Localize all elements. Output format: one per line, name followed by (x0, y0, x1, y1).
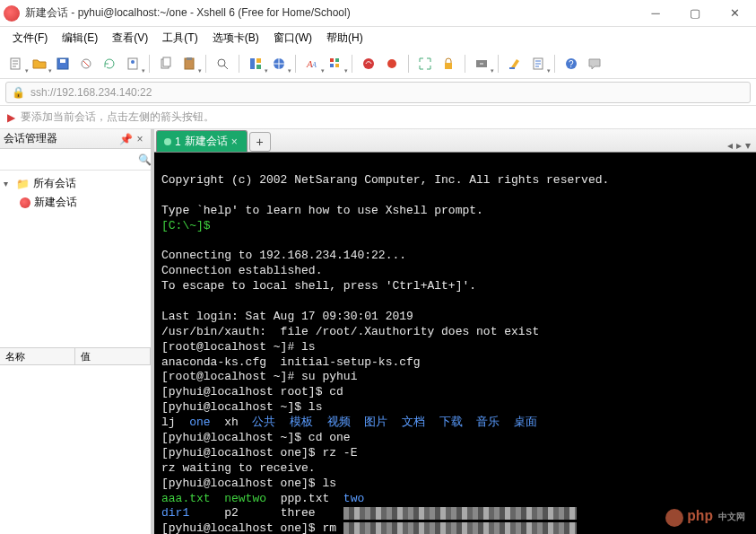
menu-tabs[interactable]: 选项卡(B) (207, 29, 265, 48)
svg-rect-18 (335, 58, 339, 62)
titlebar: 新建会话 - pyhui@localhost:~/one - Xshell 6 … (0, 0, 756, 27)
svg-rect-11 (250, 58, 255, 69)
comment-button[interactable] (584, 53, 605, 74)
new-session-button[interactable]: ▾ (5, 53, 27, 74)
search-button[interactable] (212, 53, 233, 74)
help-button[interactable]: ? (560, 53, 582, 74)
tab-session-1[interactable]: 1 新建会话 × (156, 130, 248, 152)
term-dir: one (189, 416, 210, 429)
svg-rect-7 (163, 57, 170, 66)
menu-tools[interactable]: 工具(T) (157, 29, 203, 48)
reconnect-button[interactable] (99, 53, 120, 74)
term-line: /usr/bin/xauth: file /root/.Xauthority d… (161, 325, 539, 338)
term-line: [pyhui@localhost one]$ ls (161, 477, 336, 490)
term-line: [pyhui@localhost ~]$ ls (161, 400, 322, 414)
color-button[interactable]: ▾ (325, 53, 346, 74)
window-title: 新建会话 - pyhui@localhost:~/one - Xshell 6 … (25, 5, 638, 21)
address-input[interactable]: 🔒 ssh://192.168.234.140:22 (5, 82, 751, 103)
term-file: three (281, 506, 316, 520)
watermark-brand: php (687, 508, 713, 527)
tree-session[interactable]: 新建会话 (4, 193, 147, 212)
term-file: p2 (224, 506, 239, 520)
session-icon (20, 197, 30, 208)
watermark: php 中文网 (665, 508, 745, 527)
script-button[interactable]: ▾ (527, 53, 549, 74)
layout-button[interactable]: ▾ (245, 53, 266, 74)
tree-root[interactable]: ▾ 📁 所有会话 (4, 174, 147, 193)
term-line: Type `help' to learn how to use Xshell p… (161, 204, 483, 217)
hint-text: 要添加当前会话，点击左侧的箭头按钮。 (21, 109, 214, 125)
close-button[interactable]: ✕ (717, 2, 752, 25)
tree-session-label: 新建会话 (34, 195, 77, 210)
globe-button[interactable]: ▾ (268, 53, 290, 74)
font-button[interactable]: AA▾ (301, 53, 323, 74)
tab-next-icon[interactable]: ▸ (736, 139, 742, 152)
tab-index: 1 (175, 136, 181, 148)
sidebar-columns: 名称 值 (0, 347, 151, 365)
term-file: two (343, 492, 364, 505)
redacted-area (343, 507, 577, 520)
menu-window[interactable]: 窗口(W) (268, 29, 317, 48)
content-area: 1 新建会话 × + ◂ ▸ ▾ Copyright (c) 2002 NetS… (154, 129, 756, 534)
term-dir: 视频 (327, 416, 351, 429)
record-button[interactable] (381, 53, 403, 74)
watermark-icon (665, 509, 683, 527)
sidebar-title: 会话管理器 (4, 131, 118, 146)
menu-help[interactable]: 帮助(H) (321, 29, 369, 48)
tab-menu-icon[interactable]: ▾ (745, 139, 751, 152)
pin-icon[interactable]: 📌 (118, 133, 133, 145)
xagent-button[interactable] (358, 53, 379, 74)
term-dir: 文档 (402, 416, 425, 429)
copy-button[interactable] (155, 53, 177, 74)
menu-file[interactable]: 文件(F) (7, 29, 53, 48)
terminal[interactable]: Copyright (c) 2002 NetSarang Computer, I… (154, 153, 756, 534)
term-dir: 下载 (439, 416, 463, 429)
svg-rect-19 (330, 64, 334, 67)
paste-button[interactable]: ▾ (178, 53, 200, 74)
term-dir: 音乐 (476, 416, 500, 429)
transfer-button[interactable]: ▾ (471, 53, 492, 74)
tab-close-icon[interactable]: × (231, 136, 238, 148)
svg-point-10 (218, 59, 225, 66)
term-line: anaconda-ks.cfg initial-setup-ks.cfg (161, 355, 421, 369)
maximize-button[interactable]: ▢ (677, 2, 713, 25)
highlight-button[interactable] (504, 53, 526, 74)
svg-text:A: A (311, 61, 317, 69)
app-icon (4, 5, 20, 22)
lock-button[interactable] (438, 53, 459, 74)
term-line: Last login: Sat Aug 17 09:30:01 2019 (161, 310, 413, 323)
svg-point-5 (131, 60, 135, 64)
minimize-button[interactable]: ─ (638, 2, 673, 25)
term-line: [root@localhost ~]# ls (161, 340, 316, 354)
menubar: 文件(F) 编辑(E) 查看(V) 工具(T) 选项卡(B) 窗口(W) 帮助(… (0, 27, 756, 48)
term-file: ppp.txt (281, 492, 330, 505)
tab-prev-icon[interactable]: ◂ (727, 139, 733, 152)
sidebar-search-input[interactable] (4, 153, 138, 166)
session-tree: ▾ 📁 所有会话 新建会话 (0, 171, 151, 347)
open-button[interactable]: ▾ (29, 53, 50, 74)
sidebar-close-icon[interactable]: × (133, 133, 147, 145)
tab-label: 新建会话 (185, 134, 228, 149)
save-button[interactable] (52, 53, 74, 74)
properties-button[interactable]: ▾ (122, 53, 143, 74)
svg-rect-20 (335, 64, 339, 67)
term-line: To escape to local shell, press 'Ctrl+Al… (161, 279, 476, 293)
sidebar-header: 会话管理器 📌 × (0, 129, 151, 149)
tree-root-label: 所有会话 (33, 176, 76, 191)
menu-view[interactable]: 查看(V) (107, 29, 153, 48)
tab-add-button[interactable]: + (249, 132, 271, 152)
term-line: [root@localhost ~]# su pyhui (161, 370, 357, 383)
svg-rect-25 (509, 67, 515, 69)
toolbar: ▾ ▾ ▾ ▾ ▾ ▾ AA▾ ▾ ▾ ▾ ? (0, 48, 756, 79)
address-text: ssh://192.168.234.140:22 (30, 86, 152, 99)
fullscreen-button[interactable] (414, 53, 436, 74)
sidebar-search[interactable]: 🔍 (0, 149, 151, 171)
term-dir: 图片 (364, 416, 387, 429)
menu-edit[interactable]: 编辑(E) (56, 29, 103, 48)
col-name[interactable]: 名称 (0, 348, 75, 364)
disconnect-button[interactable] (75, 53, 97, 74)
term-line: Connection established. (161, 264, 322, 277)
term-dir: 公共 (252, 416, 275, 429)
session-manager: 会话管理器 📌 × 🔍 ▾ 📁 所有会话 新建会话 名称 值 (0, 129, 154, 534)
col-value[interactable]: 值 (75, 348, 151, 364)
